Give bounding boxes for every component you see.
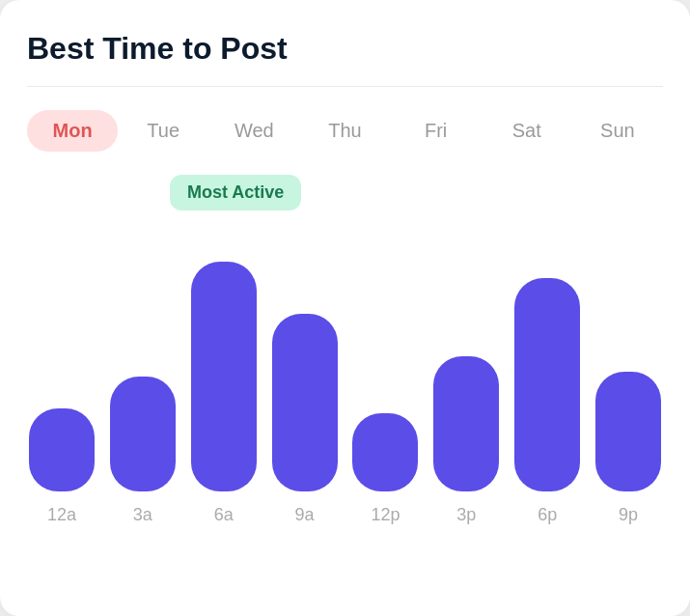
day-tab-mon[interactable]: Mon bbox=[27, 110, 118, 152]
most-active-badge: Most Active bbox=[170, 175, 301, 210]
day-tab-fri[interactable]: Fri bbox=[391, 110, 482, 152]
chart-area: Most Active 12a3a6a9a12p3p6p9p bbox=[27, 182, 663, 589]
bar bbox=[191, 262, 257, 491]
x-labels: 12a3a6a9a12p3p6p9p bbox=[27, 505, 663, 525]
bar bbox=[29, 408, 95, 491]
bar-wrap bbox=[27, 231, 97, 491]
day-tab-sun[interactable]: Sun bbox=[572, 110, 663, 152]
day-tab-sat[interactable]: Sat bbox=[482, 110, 572, 152]
day-tabs: MonTueWedThuFriSatSun bbox=[27, 110, 663, 152]
bar bbox=[514, 278, 580, 491]
bar bbox=[352, 413, 418, 491]
day-tab-wed[interactable]: Wed bbox=[208, 110, 299, 152]
bar bbox=[433, 356, 499, 491]
x-label: 6p bbox=[512, 505, 582, 525]
bar-wrap bbox=[189, 231, 259, 491]
x-label: 3p bbox=[431, 505, 501, 525]
x-label: 9p bbox=[593, 505, 663, 525]
x-label: 6a bbox=[189, 505, 259, 525]
bars-container bbox=[27, 182, 663, 491]
x-label: 9a bbox=[270, 505, 340, 525]
divider bbox=[27, 86, 663, 87]
x-label: 12p bbox=[351, 505, 421, 525]
x-label: 3a bbox=[108, 505, 178, 525]
card: Best Time to Post MonTueWedThuFriSatSun … bbox=[0, 0, 690, 616]
page-title: Best Time to Post bbox=[27, 31, 663, 67]
bar bbox=[595, 372, 661, 491]
bar-wrap bbox=[431, 231, 501, 491]
day-tab-tue[interactable]: Tue bbox=[118, 110, 208, 152]
bar-wrap bbox=[593, 231, 663, 491]
bar-wrap bbox=[512, 231, 582, 491]
bar-wrap bbox=[270, 231, 340, 491]
bar-wrap bbox=[108, 231, 178, 491]
bar bbox=[110, 377, 176, 491]
bar-wrap bbox=[351, 231, 421, 491]
x-label: 12a bbox=[27, 505, 97, 525]
bar bbox=[272, 314, 338, 491]
day-tab-thu[interactable]: Thu bbox=[299, 110, 390, 152]
